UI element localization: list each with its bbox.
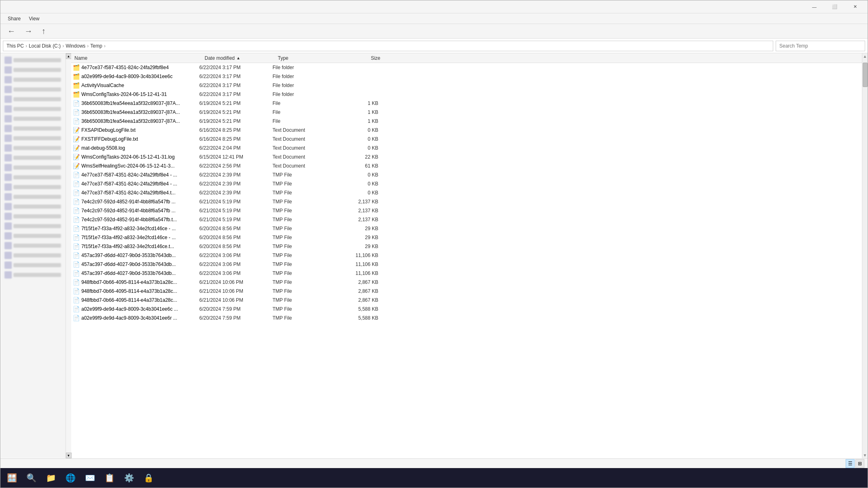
table-row[interactable]: 📄 7f15f1e7-f33a-4f92-a832-34e2fcd146ce.t… — [71, 242, 862, 251]
file-size: 1 KB — [338, 118, 378, 124]
taskbar-item-5[interactable]: 📋 — [101, 470, 118, 486]
file-name: WmsConfigTasks-2024-06-15-12-41-31 — [81, 92, 199, 97]
table-row[interactable]: 📄 a02e99f9-de9d-4ac9-8009-3c4b3041ee6c .… — [71, 305, 862, 314]
taskbar-item-4[interactable]: ✉️ — [82, 470, 98, 486]
file-date: 6/21/2024 10:06 PM — [199, 279, 273, 285]
taskbar-item-3[interactable]: 🌐 — [62, 470, 79, 486]
file-date: 6/22/2024 2:56 PM — [199, 163, 273, 169]
file-type: TMP File — [273, 217, 338, 222]
table-row[interactable]: 🗂️ 4e77ce37-f587-4351-824c-24fa29fbf8e4 … — [71, 63, 862, 72]
breadcrumb-temp[interactable]: Temp — [90, 43, 102, 49]
file-icon: 📝 — [73, 163, 80, 169]
breadcrumb-local-disk[interactable]: Local Disk (C:) — [29, 43, 61, 49]
file-size: 22 KB — [338, 154, 378, 160]
table-row[interactable]: 📝 mat-debug-5508.log 6/22/2024 2:04 PM T… — [71, 144, 862, 152]
file-type: TMP File — [273, 288, 338, 294]
table-row[interactable]: 📄 457ac397-d6dd-4027-9b0d-3533b7643db...… — [71, 260, 862, 269]
file-type: TMP File — [273, 261, 338, 267]
file-icon: 📄 — [73, 297, 80, 303]
taskbar-item-0[interactable]: 🪟 — [4, 470, 20, 486]
menu-share[interactable]: Share — [4, 14, 25, 23]
table-row[interactable]: 📄 a02e99f9-de9d-4ac9-8009-3c4b3041ee6r .… — [71, 314, 862, 322]
file-date: 6/22/2024 3:06 PM — [199, 270, 273, 276]
file-name: 948fbbd7-0b66-4095-8114-e4a373b1a28c... — [81, 279, 199, 285]
table-row[interactable]: 📄 36b650083fb1fea54eea1a5f32c89037-{87A.… — [71, 99, 862, 108]
scroll-up-arrow[interactable]: ▲ — [66, 53, 72, 59]
table-row[interactable]: 📄 7f15f1e7-f33a-4f92-a832-34e2fcd146ce -… — [71, 224, 862, 233]
minimize-button[interactable]: — — [805, 0, 824, 13]
table-row[interactable]: 📄 7f15f1e7-f33a-4f92-a832-34e2fcd146ce -… — [71, 233, 862, 242]
file-list: 🗂️ 4e77ce37-f587-4351-824c-24fa29fbf8e4 … — [71, 63, 862, 458]
table-row[interactable]: 📄 948fbbd7-0b66-4095-8114-e4a373b1a28c..… — [71, 278, 862, 287]
file-size: 0 KB — [338, 172, 378, 178]
table-row[interactable]: 📝 FXSTIFFDebugLogFile.txt 6/16/2024 8:25… — [71, 135, 862, 144]
table-row[interactable]: 📄 36b650083fb1fea54eea1a5f32c89037-{87A.… — [71, 108, 862, 117]
right-scrollbar[interactable]: ▲ ▼ — [862, 53, 868, 458]
col-header-name[interactable]: Name — [73, 53, 203, 63]
table-row[interactable]: 📄 948fbbd7-0b66-4095-8114-e4a373b1a28c..… — [71, 296, 862, 305]
view-large-button[interactable]: ⊞ — [855, 459, 864, 468]
file-name: 36b650083fb1fea54eea1a5f32c89037-{87A... — [81, 118, 199, 124]
maximize-button[interactable]: ⬜ — [825, 0, 844, 13]
col-header-date[interactable]: Date modified ▲ — [203, 53, 276, 63]
back-button[interactable]: ← — [4, 26, 19, 37]
taskbar-item-7[interactable]: 🔒 — [140, 470, 157, 486]
file-date: 6/21/2024 5:19 PM — [199, 217, 273, 222]
breadcrumb[interactable]: This PC › Local Disk (C:) › Windows › Te… — [3, 41, 773, 51]
file-type: TMP File — [273, 297, 338, 303]
col-header-size[interactable]: Size — [341, 53, 382, 63]
search-box[interactable] — [776, 41, 865, 51]
file-icon: 📝 — [73, 154, 80, 160]
table-row[interactable]: 🗂️ a02e99f9-de9d-4ac9-8009-3c4b3041ee6c … — [71, 72, 862, 81]
table-row[interactable]: 📄 457ac397-d6dd-4027-9b0d-3533b7643db...… — [71, 269, 862, 278]
search-input[interactable] — [779, 43, 861, 49]
breadcrumb-windows[interactable]: Windows — [65, 43, 85, 49]
menu-view[interactable]: View — [25, 14, 44, 23]
view-detail-button[interactable]: ☰ — [846, 459, 855, 468]
file-date: 6/21/2024 10:06 PM — [199, 297, 273, 303]
file-date: 6/20/2024 8:56 PM — [199, 226, 273, 231]
file-icon: 📄 — [73, 198, 80, 205]
file-date: 6/22/2024 2:04 PM — [199, 145, 273, 151]
table-row[interactable]: 📝 FXSAPIDebugLogFile.txt 6/16/2024 8:25 … — [71, 126, 862, 135]
file-name: 36b650083fb1fea54eea1a5f32c89037-{87A... — [81, 109, 199, 115]
file-name: 4e77ce37-f587-4351-824c-24fa29fbf8e4 - .… — [81, 172, 199, 178]
table-row[interactable]: 📄 948fbbd7-0b66-4095-8114-e4a373b1a28c..… — [71, 287, 862, 296]
table-row[interactable]: 📝 WmsConfigTasks-2024-06-15-12-41-31.log… — [71, 152, 862, 161]
file-date: 6/22/2024 2:39 PM — [199, 190, 273, 196]
file-icon: 📄 — [73, 181, 80, 187]
file-name: FXSAPIDebugLogFile.txt — [81, 127, 199, 133]
file-name: WmsSelfHealingSvc-2024-06-15-12-41-3... — [81, 163, 199, 169]
table-row[interactable]: 📄 4e77ce37-f587-4351-824c-24fa29fbf8e4 -… — [71, 179, 862, 188]
taskbar-item-2[interactable]: 📁 — [43, 470, 59, 486]
col-header-type[interactable]: Type — [276, 53, 341, 63]
file-type: File folder — [273, 74, 338, 79]
up-button[interactable]: ↑ — [38, 26, 49, 37]
table-row[interactable]: 🗂️ ActivityVisualCache 6/22/2024 3:17 PM… — [71, 81, 862, 90]
table-row[interactable]: 🗂️ WmsConfigTasks-2024-06-15-12-41-31 6/… — [71, 90, 862, 99]
scroll-down-arrow[interactable]: ▼ — [66, 453, 72, 458]
table-row[interactable]: 📄 4e77ce37-f587-4351-824c-24fa29fbf8e4 -… — [71, 170, 862, 179]
taskbar-item-1[interactable]: 🔍 — [23, 470, 39, 486]
file-name: 4e77ce37-f587-4351-824c-24fa29fbf8e4 — [81, 65, 199, 70]
forward-button[interactable]: → — [21, 26, 36, 37]
table-row[interactable]: 📄 7e4c2c97-592d-4852-914f-4bb8f6a547fb .… — [71, 206, 862, 215]
table-row[interactable]: 📄 7e4c2c97-592d-4852-914f-4bb8f6a547fb .… — [71, 197, 862, 206]
file-name: 457ac397-d6dd-4027-9b0d-3533b7643db... — [81, 270, 199, 276]
breadcrumb-this-pc[interactable]: This PC — [7, 43, 24, 49]
file-name: 7e4c2c97-592d-4852-914f-4bb8f6a547fb ... — [81, 208, 199, 214]
file-date: 6/22/2024 2:39 PM — [199, 181, 273, 187]
table-row[interactable]: 📄 4e77ce37-f587-4351-824c-24fa29fbf8e4.t… — [71, 188, 862, 197]
table-row[interactable]: 📄 457ac397-d6dd-4027-9b0d-3533b7643db...… — [71, 251, 862, 260]
file-type: File folder — [273, 83, 338, 88]
file-icon: 📄 — [73, 270, 80, 277]
file-type: TMP File — [273, 235, 338, 240]
table-row[interactable]: 📄 36b650083fb1fea54eea1a5f32c89037-{87A.… — [71, 117, 862, 126]
table-row[interactable]: 📄 7e4c2c97-592d-4852-914f-4bb8f6a547fb.t… — [71, 215, 862, 224]
scrollbar-thumb[interactable] — [863, 63, 868, 87]
file-type: TMP File — [273, 244, 338, 249]
taskbar-item-6[interactable]: ⚙️ — [121, 470, 137, 486]
file-name: 7e4c2c97-592d-4852-914f-4bb8f6a547fb.t..… — [81, 217, 199, 222]
close-button[interactable]: ✕ — [846, 0, 864, 13]
table-row[interactable]: 📝 WmsSelfHealingSvc-2024-06-15-12-41-3..… — [71, 161, 862, 170]
